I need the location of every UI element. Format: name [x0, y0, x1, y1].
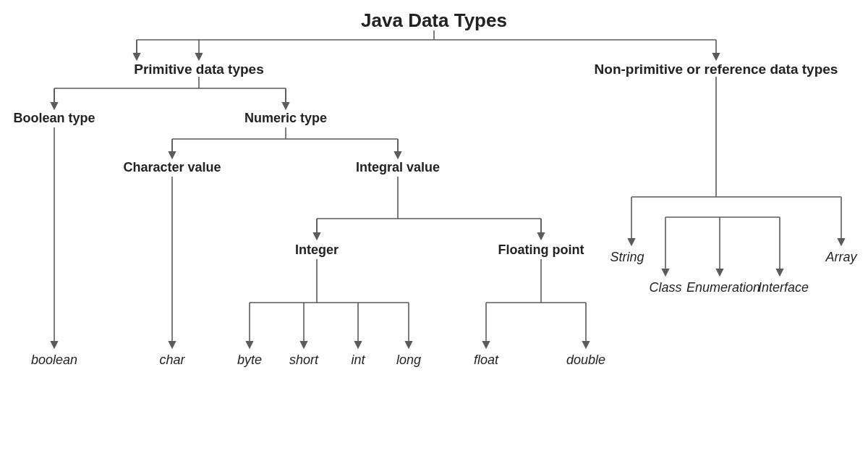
leaf-double: double [566, 353, 605, 368]
leaf-string: String [610, 250, 644, 265]
leaf-boolean: boolean [31, 353, 77, 368]
leaf-long: long [396, 353, 421, 368]
numeric-type-label: Numeric type [244, 111, 327, 126]
floating-point-label: Floating point [498, 243, 584, 258]
integral-value-label: Integral value [356, 160, 440, 175]
integer-label: Integer [295, 243, 339, 258]
leaf-int: int [351, 353, 365, 368]
leaf-short: short [289, 353, 318, 368]
nonprimitive-label: Non-primitive or reference data types [595, 62, 838, 77]
leaf-char: char [159, 353, 184, 368]
diagram-title: Java Data Types [361, 9, 507, 32]
leaf-float: float [474, 353, 498, 368]
boolean-type-label: Boolean type [13, 111, 95, 126]
primitive-label: Primitive data types [134, 62, 264, 77]
leaf-byte: byte [237, 353, 262, 368]
leaf-enumeration: Enumeration [686, 280, 760, 295]
leaf-class: Class [649, 280, 681, 295]
leaf-interface: Interface [758, 280, 809, 295]
character-value-label: Character value [123, 160, 221, 175]
leaf-array: Array [825, 250, 856, 265]
